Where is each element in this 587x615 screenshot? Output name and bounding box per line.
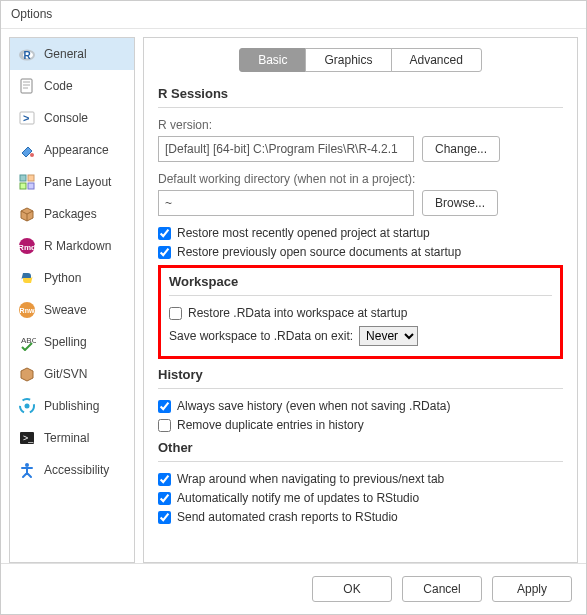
sidebar-item-label: Console [44, 111, 88, 125]
sidebar-item-terminal[interactable]: >_ Terminal [10, 422, 134, 454]
terminal-icon: >_ [18, 429, 36, 447]
svg-point-9 [30, 153, 34, 157]
wrap-tabs-label: Wrap around when navigating to previous/… [177, 472, 444, 486]
divider [158, 461, 563, 462]
sidebar-item-console[interactable]: > Console [10, 102, 134, 134]
crash-reports-label: Send automated crash reports to RStudio [177, 510, 398, 524]
sidebar-item-spelling[interactable]: ABC Spelling [10, 326, 134, 358]
browse-wd-button[interactable]: Browse... [422, 190, 498, 216]
wrap-tabs-checkbox[interactable] [158, 473, 171, 486]
apply-button[interactable]: Apply [492, 576, 572, 602]
sidebar-item-accessibility[interactable]: Accessibility [10, 454, 134, 486]
always-save-history-checkbox[interactable] [158, 400, 171, 413]
tab-label: Basic [258, 53, 287, 67]
sidebar-item-packages[interactable]: Packages [10, 198, 134, 230]
r-version-field[interactable] [158, 136, 414, 162]
sidebar-item-pane-layout[interactable]: Pane Layout [10, 166, 134, 198]
document-icon [18, 77, 36, 95]
window-body: R General Code > Console Appear [1, 29, 586, 563]
cancel-button[interactable]: Cancel [402, 576, 482, 602]
sidebar-item-label: Pane Layout [44, 175, 111, 189]
svg-text:ABC: ABC [21, 336, 36, 345]
paint-bucket-icon [18, 141, 36, 159]
sidebar-item-git-svn[interactable]: Git/SVN [10, 358, 134, 390]
change-r-version-button[interactable]: Change... [422, 136, 500, 162]
sidebar-item-label: R Markdown [44, 239, 111, 253]
tab-basic[interactable]: Basic [239, 48, 306, 72]
workspace-highlight-box: Workspace Restore .RData into workspace … [158, 265, 563, 359]
section-title-other: Other [158, 440, 563, 455]
tab-label: Advanced [410, 53, 463, 67]
sidebar-item-label: Git/SVN [44, 367, 87, 381]
sidebar-item-label: Accessibility [44, 463, 109, 477]
restore-documents-checkbox[interactable] [158, 246, 171, 259]
sweave-icon: Rnw [18, 301, 36, 319]
svg-text:Rmd: Rmd [18, 243, 36, 252]
restore-rdata-label: Restore .RData into workspace at startup [188, 306, 407, 320]
notify-updates-checkbox[interactable] [158, 492, 171, 505]
options-window: Options R General Code > Console [0, 0, 587, 615]
svg-point-20 [25, 404, 30, 409]
version-control-icon [18, 365, 36, 383]
spellcheck-icon: ABC [18, 333, 36, 351]
save-workspace-select[interactable]: Never [359, 326, 418, 346]
publish-icon [18, 397, 36, 415]
sidebar-item-label: Appearance [44, 143, 109, 157]
restore-rdata-checkbox[interactable] [169, 307, 182, 320]
remove-dup-history-checkbox[interactable] [158, 419, 171, 432]
svg-text:Rnw: Rnw [20, 307, 35, 314]
crash-reports-checkbox[interactable] [158, 511, 171, 524]
default-wd-label: Default working directory (when not in a… [158, 172, 563, 186]
svg-rect-13 [28, 183, 34, 189]
tab-graphics[interactable]: Graphics [305, 48, 391, 72]
svg-rect-11 [28, 175, 34, 181]
main-panel: Basic Graphics Advanced R Sessions R ver… [143, 37, 578, 563]
section-title-r-sessions: R Sessions [158, 86, 563, 101]
section-title-workspace: Workspace [169, 274, 552, 289]
sidebar-item-code[interactable]: Code [10, 70, 134, 102]
svg-text:>_: >_ [23, 433, 34, 443]
sidebar-item-label: Publishing [44, 399, 99, 413]
remove-dup-history-label: Remove duplicate entries in history [177, 418, 364, 432]
save-workspace-label: Save workspace to .RData on exit: [169, 329, 353, 343]
tab-bar: Basic Graphics Advanced [158, 48, 563, 72]
sidebar-item-label: Sweave [44, 303, 87, 317]
sidebar-item-label: General [44, 47, 87, 61]
rmarkdown-icon: Rmd [18, 237, 36, 255]
sidebar-item-general[interactable]: R General [10, 38, 134, 70]
r-logo-icon: R [18, 45, 36, 63]
sidebar-item-label: Code [44, 79, 73, 93]
svg-text:>: > [23, 112, 29, 124]
sidebar-item-label: Packages [44, 207, 97, 221]
sidebar-item-label: Terminal [44, 431, 89, 445]
restore-project-checkbox[interactable] [158, 227, 171, 240]
svg-rect-12 [20, 183, 26, 189]
sidebar-item-appearance[interactable]: Appearance [10, 134, 134, 166]
sidebar-item-rmarkdown[interactable]: Rmd R Markdown [10, 230, 134, 262]
svg-rect-10 [20, 175, 26, 181]
restore-project-label: Restore most recently opened project at … [177, 226, 430, 240]
default-wd-field[interactable] [158, 190, 414, 216]
section-title-history: History [158, 367, 563, 382]
divider [158, 388, 563, 389]
sidebar-item-label: Python [44, 271, 81, 285]
sidebar-item-sweave[interactable]: Rnw Sweave [10, 294, 134, 326]
tab-label: Graphics [324, 53, 372, 67]
sidebar-item-publishing[interactable]: Publishing [10, 390, 134, 422]
svg-text:R: R [23, 50, 31, 61]
divider [169, 295, 552, 296]
accessibility-icon [18, 461, 36, 479]
svg-point-23 [25, 463, 29, 467]
sidebar: R General Code > Console Appear [9, 37, 135, 563]
r-version-label: R version: [158, 118, 563, 132]
console-prompt-icon: > [18, 109, 36, 127]
sidebar-item-python[interactable]: Python [10, 262, 134, 294]
package-box-icon [18, 205, 36, 223]
ok-button[interactable]: OK [312, 576, 392, 602]
sidebar-item-label: Spelling [44, 335, 87, 349]
tab-advanced[interactable]: Advanced [391, 48, 482, 72]
dialog-footer: OK Cancel Apply [1, 563, 586, 614]
python-icon [18, 269, 36, 287]
svg-rect-3 [21, 79, 32, 93]
restore-documents-label: Restore previously open source documents… [177, 245, 461, 259]
